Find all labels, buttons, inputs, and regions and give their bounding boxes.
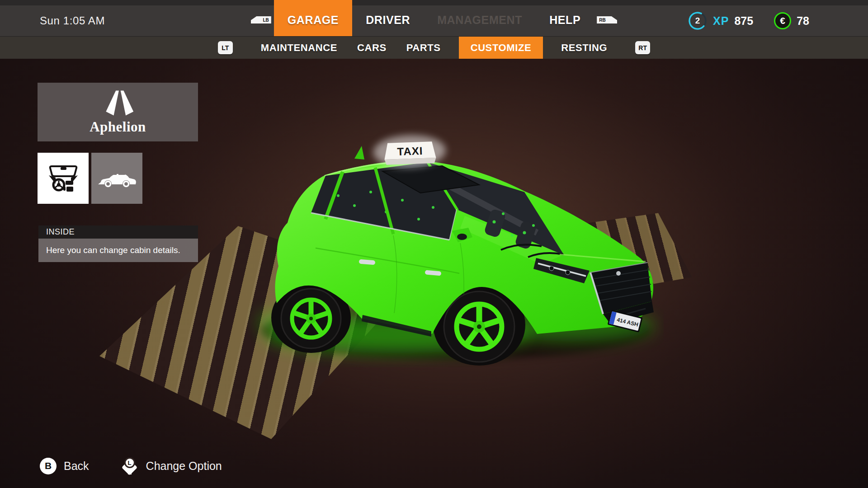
euro-icon: € bbox=[774, 12, 791, 29]
lt-trigger-icon[interactable]: LT bbox=[218, 41, 233, 54]
tab-parts[interactable]: PARTS bbox=[405, 37, 443, 59]
nav-tab-driver[interactable]: DRIVER bbox=[352, 0, 424, 36]
status-bar: Sun 1:05 AM LB GARAGE DRIVER MANAGEMENT … bbox=[0, 0, 868, 36]
player-hud: 2 XP 875 € 78 bbox=[688, 5, 809, 36]
thumb-interior[interactable] bbox=[38, 153, 89, 204]
view-tabs bbox=[38, 153, 142, 204]
stick-stem bbox=[128, 470, 132, 474]
xp-level-badge: 2 bbox=[688, 11, 708, 31]
dashboard-icon bbox=[45, 163, 81, 194]
section-description-box: Here you can change cabin details. bbox=[38, 239, 198, 262]
tab-maintenance[interactable]: MAINTENANCE bbox=[259, 37, 339, 59]
section-description: Here you can change cabin details. bbox=[46, 245, 180, 255]
back-hint[interactable]: B Back bbox=[40, 458, 89, 474]
nav-tab-management: MANAGEMENT bbox=[424, 0, 536, 36]
rb-bumper-icon[interactable]: RB bbox=[597, 16, 617, 23]
stick-knob: L bbox=[124, 457, 135, 468]
rt-trigger-icon[interactable]: RT bbox=[635, 41, 650, 54]
vehicle-rendering: 414 ASH TAXI bbox=[248, 114, 664, 367]
left-stick-icon[interactable]: L bbox=[121, 456, 139, 475]
section-title: INSIDE bbox=[46, 227, 75, 237]
thumb-exterior[interactable] bbox=[91, 153, 142, 204]
xp-label: XP bbox=[713, 14, 729, 28]
garage-customize-screen: { "status_bar": { "datetime": "Sun 1:05 … bbox=[0, 0, 868, 488]
back-label: Back bbox=[64, 460, 89, 473]
car-side-icon bbox=[98, 168, 136, 189]
change-option-label: Change Option bbox=[146, 460, 222, 473]
tab-customize[interactable]: CUSTOMIZE bbox=[459, 37, 543, 59]
section-header: INSIDE bbox=[38, 225, 198, 239]
tab-resting[interactable]: RESTING bbox=[559, 37, 609, 59]
brand-card: Aphelion bbox=[38, 83, 198, 141]
rear-wheel bbox=[281, 289, 341, 348]
front-wheel bbox=[444, 291, 514, 362]
svg-text:TAXI: TAXI bbox=[397, 145, 423, 158]
nav-tab-help[interactable]: HELP bbox=[536, 0, 594, 36]
sub-nav: LT MAINTENANCE CARS PARTS CUSTOMIZE REST… bbox=[0, 36, 868, 59]
b-button-icon[interactable]: B bbox=[40, 458, 57, 474]
tab-cars[interactable]: CARS bbox=[355, 37, 388, 59]
money-value: 78 bbox=[797, 14, 809, 28]
nav-tab-garage[interactable]: GARAGE bbox=[274, 0, 352, 36]
lb-bumper-icon[interactable]: LB bbox=[251, 16, 271, 23]
taxi-car-illustration: 414 ASH TAXI bbox=[248, 114, 664, 367]
xp-value: 875 bbox=[734, 14, 753, 28]
brand-name: Aphelion bbox=[90, 119, 146, 135]
footer-hints: B Back L Change Option bbox=[40, 456, 222, 475]
brand-logo-icon bbox=[101, 89, 135, 117]
change-option-hint[interactable]: L Change Option bbox=[121, 456, 222, 475]
